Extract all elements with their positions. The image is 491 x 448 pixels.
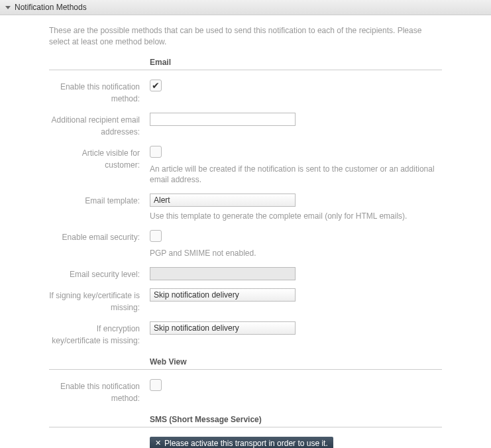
section-webview-title: Web View xyxy=(150,357,187,366)
checkbox-email-security[interactable] xyxy=(150,230,162,242)
label-recipients: Additional recipient email addresses: xyxy=(49,113,150,138)
label-webview-enable: Enable this notification method: xyxy=(49,379,150,404)
intro-text: These are the possible methods that can … xyxy=(49,25,442,48)
section-email-header: Email xyxy=(49,58,442,70)
chevron-down-icon xyxy=(5,6,11,9)
select-security-level xyxy=(150,267,296,280)
input-recipients[interactable] xyxy=(150,113,296,126)
warning-icon: ✕ xyxy=(155,439,161,447)
label-signing-missing: If signing key/certificate is missing: xyxy=(49,288,150,313)
select-signing-missing-value: Skip notification delivery xyxy=(154,290,239,300)
checkbox-article-visible[interactable] xyxy=(150,146,162,158)
label-article-visible: Article visible for customer: xyxy=(49,146,150,171)
section-webview-header: Web View xyxy=(49,357,442,370)
section-sms-title: SMS (Short Message Service) xyxy=(150,415,262,424)
label-email-template: Email template: xyxy=(49,194,150,207)
select-email-template-value: Alert xyxy=(154,196,170,205)
hint-article-visible: An article will be created if the notifi… xyxy=(150,164,442,186)
hint-email-security: PGP and SMIME not enabled. xyxy=(150,248,442,259)
label-email-enable: Enable this notification method: xyxy=(49,80,150,105)
checkbox-email-enable[interactable] xyxy=(150,80,162,91)
checkbox-webview-enable[interactable] xyxy=(150,379,162,391)
sms-warning-box: ✕ Please activate this transport in orde… xyxy=(150,437,333,448)
select-encryption-missing[interactable]: Skip notification delivery xyxy=(150,321,296,335)
section-email-title: Email xyxy=(150,58,171,67)
content-area: These are the possible methods that can … xyxy=(0,15,491,448)
hint-email-template: Use this template to generate the comple… xyxy=(150,211,442,222)
section-header-bar[interactable]: Notification Methods xyxy=(0,0,491,15)
header-title: Notification Methods xyxy=(15,3,87,12)
section-sms-header: SMS (Short Message Service) xyxy=(49,415,442,427)
label-encryption-missing: If encryption key/certificate is missing… xyxy=(49,321,150,347)
sms-warning-text: Please activate this transport in order … xyxy=(164,439,328,448)
select-signing-missing[interactable]: Skip notification delivery xyxy=(150,288,296,302)
label-security-level: Email security level: xyxy=(49,267,150,280)
select-encryption-missing-value: Skip notification delivery xyxy=(154,323,239,333)
select-email-template[interactable]: Alert xyxy=(150,194,296,207)
label-email-security: Enable email security: xyxy=(49,230,150,243)
